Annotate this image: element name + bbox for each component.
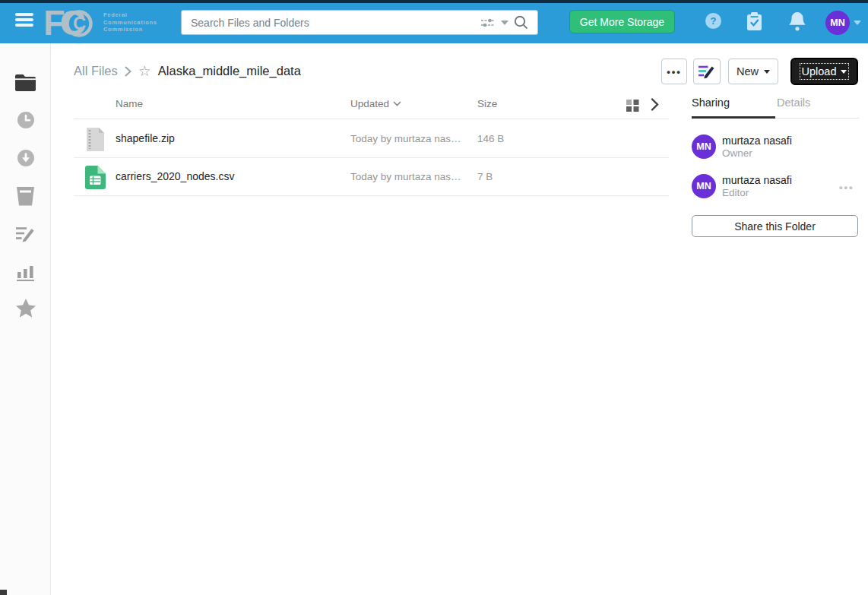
- sign-button[interactable]: [693, 59, 721, 84]
- agency-name: Federal Communications Commission: [103, 11, 157, 33]
- bar-chart-icon: [17, 264, 35, 281]
- new-button[interactable]: New: [728, 59, 778, 84]
- zip-file-icon: [86, 128, 105, 151]
- breadcrumb-current-folder: Alaska_middle_mile_data: [158, 64, 301, 78]
- column-header-name[interactable]: Name: [116, 98, 143, 109]
- sidebar-item-sign[interactable]: [0, 221, 51, 247]
- chevron-right-icon: [125, 66, 131, 77]
- clock-icon: [17, 111, 35, 129]
- breadcrumb-all-files[interactable]: All Files: [74, 64, 118, 78]
- breadcrumb: All Files ☆ Alaska_middle_mile_data: [74, 64, 301, 78]
- sign-pencil-icon: [699, 64, 715, 79]
- caret-down-icon: [764, 70, 770, 74]
- file-row-carriers-csv[interactable]: carriers_2020_nodes.csv Today by murtaza…: [74, 158, 669, 196]
- sidebar-item-recents[interactable]: [0, 107, 51, 133]
- collapse-panel-chevron-icon[interactable]: [651, 98, 659, 111]
- account-caret-down-icon[interactable]: [854, 21, 861, 25]
- hamburger-icon[interactable]: [15, 13, 35, 33]
- collaborator-role: Owner: [722, 147, 752, 159]
- file-updated: Today by murtaza nas…: [350, 171, 461, 182]
- help-icon[interactable]: ?: [705, 13, 721, 29]
- caret-down-icon: [841, 70, 847, 74]
- sidebar-item-all-files[interactable]: [0, 69, 51, 95]
- sort-caret-icon: [393, 101, 401, 106]
- tab-sharing[interactable]: Sharing: [692, 97, 730, 109]
- csv-file-icon: [85, 166, 106, 189]
- star-outline-icon[interactable]: ☆: [138, 65, 151, 78]
- new-button-label: New: [737, 65, 759, 78]
- get-more-storage-button[interactable]: Get More Storage: [569, 10, 675, 33]
- star-icon: [15, 299, 36, 319]
- sidebar-item-reports[interactable]: [0, 259, 51, 285]
- file-name[interactable]: shapefile.zip: [116, 132, 175, 144]
- download-circle-icon: [17, 149, 35, 167]
- search-bar: [181, 10, 538, 35]
- collaborator-name: murtaza nasafi: [722, 135, 792, 147]
- collaborator-role: Editor: [722, 187, 749, 198]
- file-size: 7 B: [477, 171, 493, 182]
- file-list-header: Name Updated Size: [74, 91, 669, 119]
- file-updated: Today by murtaza nas…: [350, 133, 461, 144]
- topbar: FC C Federal Communications Commission: [0, 3, 868, 43]
- file-size: 146 B: [477, 133, 504, 144]
- fcc-logo[interactable]: FC C: [46, 6, 94, 41]
- column-header-updated[interactable]: Updated: [350, 98, 401, 109]
- caret-down-icon[interactable]: [501, 21, 508, 25]
- column-header-size[interactable]: Size: [477, 98, 497, 109]
- folder-icon: [15, 74, 36, 91]
- search-icon[interactable]: [514, 15, 528, 30]
- collaborator-avatar: MN: [692, 135, 716, 159]
- tab-details[interactable]: Details: [777, 97, 810, 109]
- app-window: FC C Federal Communications Commission: [0, 0, 868, 595]
- more-options-button[interactable]: •••: [661, 59, 687, 84]
- upload-button-label: Upload: [802, 65, 837, 78]
- collaborator-name: murtaza nasafi: [722, 174, 792, 186]
- file-row-shapefile-zip[interactable]: shapefile.zip Today by murtaza nas… 146 …: [74, 120, 669, 158]
- upload-button[interactable]: Upload: [790, 58, 858, 85]
- ellipsis-icon: •••: [667, 66, 682, 78]
- file-name[interactable]: carriers_2020_nodes.csv: [116, 170, 234, 182]
- clipboard-icon[interactable]: [746, 12, 762, 31]
- svg-text:C: C: [73, 13, 86, 33]
- sidebar-item-favorites[interactable]: [0, 296, 51, 321]
- filter-sliders-icon[interactable]: [480, 17, 496, 28]
- search-input[interactable]: [182, 17, 480, 29]
- collaborator-more-icon[interactable]: •••: [839, 182, 854, 193]
- user-avatar[interactable]: MN: [825, 11, 850, 35]
- share-this-folder-button[interactable]: Share this Folder: [692, 215, 858, 237]
- left-sidebar: [0, 43, 51, 595]
- collaborator-avatar: MN: [692, 174, 716, 198]
- window-corner-artifact: [0, 590, 7, 595]
- sidebar-item-downloads[interactable]: [0, 145, 51, 171]
- sign-pencil-icon: [16, 226, 35, 242]
- bell-icon[interactable]: [789, 12, 806, 31]
- active-tab-underline: [692, 116, 775, 119]
- sidebar-item-trash[interactable]: [0, 183, 51, 209]
- grid-view-icon[interactable]: [626, 100, 639, 112]
- trash-icon: [16, 186, 35, 206]
